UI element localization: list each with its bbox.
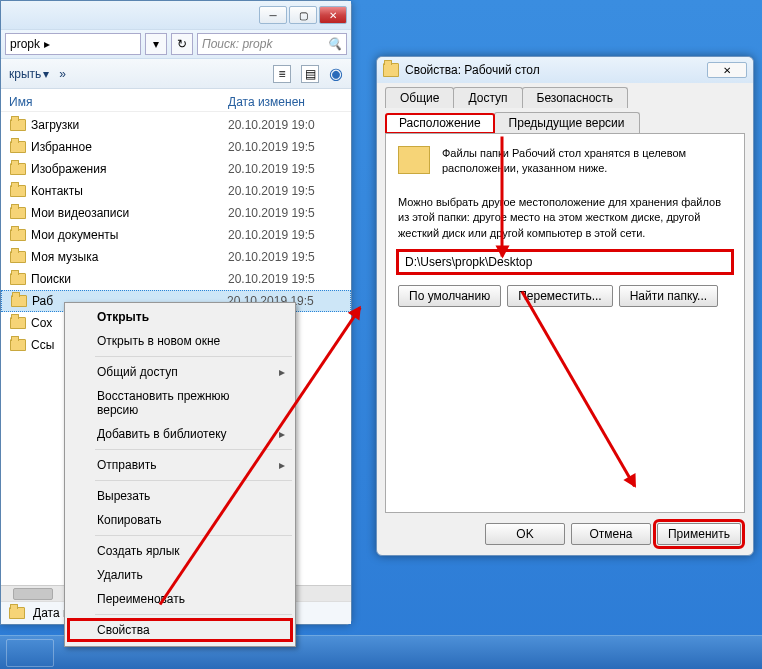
tab-content: Файлы папки Рабочий стол хранятся в целе… <box>385 133 745 513</box>
folder-icon <box>383 63 399 77</box>
column-headers[interactable]: Имя Дата изменен <box>1 89 351 112</box>
list-item[interactable]: Загрузки 20.10.2019 19:0 <box>1 114 351 136</box>
ok-button[interactable]: OK <box>485 523 565 545</box>
help-icon[interactable]: ◉ <box>329 64 343 83</box>
list-item[interactable]: Контакты 20.10.2019 19:5 <box>1 180 351 202</box>
address-bar: propk ▸ ▾ ↻ Поиск: propk 🔍 <box>1 29 351 59</box>
item-date: 20.10.2019 19:5 <box>228 250 343 264</box>
open-menu[interactable]: крыть ▾ <box>9 67 49 81</box>
folder-icon <box>9 271 27 287</box>
properties-dialog: Свойства: Рабочий стол ✕ ОбщиеДоступБезо… <box>376 56 754 556</box>
menu-item[interactable]: Свойства <box>67 618 293 642</box>
toolbar: крыть ▾ » ≡ ▤ ◉ <box>1 59 351 89</box>
menu-item[interactable]: Добавить в библиотеку <box>67 422 293 446</box>
folder-icon <box>9 249 27 265</box>
column-name[interactable]: Имя <box>9 95 228 109</box>
breadcrumb-segment[interactable]: propk <box>10 37 40 51</box>
list-item[interactable]: Поиски 20.10.2019 19:5 <box>1 268 351 290</box>
tab[interactable]: Предыдущие версии <box>494 112 640 133</box>
breadcrumb[interactable]: propk ▸ <box>5 33 141 55</box>
dialog-title: Свойства: Рабочий стол <box>405 63 540 77</box>
folder-icon <box>9 337 27 353</box>
item-date: 20.10.2019 19:0 <box>228 118 343 132</box>
search-input[interactable]: Поиск: propk 🔍 <box>197 33 347 55</box>
list-item[interactable]: Мои документы 20.10.2019 19:5 <box>1 224 351 246</box>
location-desc2: Можно выбрать другое местоположение для … <box>398 195 732 241</box>
view-options-icon[interactable]: ≡ <box>273 65 291 83</box>
location-buttons: По умолчанию Переместить... Найти папку.… <box>398 285 732 307</box>
item-name: Загрузки <box>31 118 228 132</box>
tabs-row-1: ОбщиеДоступБезопасность <box>377 83 753 108</box>
refresh-button[interactable]: ↻ <box>171 33 193 55</box>
item-name: Моя музыка <box>31 250 228 264</box>
dialog-close-button[interactable]: ✕ <box>707 62 747 78</box>
tab[interactable]: Расположение <box>385 113 495 134</box>
maximize-button[interactable]: ▢ <box>289 6 317 24</box>
tab[interactable]: Доступ <box>453 87 522 108</box>
folder-icon <box>9 161 27 177</box>
folder-icon <box>9 183 27 199</box>
separator <box>95 356 292 357</box>
list-item[interactable]: Моя музыка 20.10.2019 19:5 <box>1 246 351 268</box>
taskbar-item[interactable] <box>6 639 54 667</box>
close-button[interactable]: ✕ <box>319 6 347 24</box>
location-desc1: Файлы папки Рабочий стол хранятся в целе… <box>442 146 732 177</box>
menu-item[interactable]: Открыть <box>67 305 293 329</box>
folder-large-icon <box>398 146 430 174</box>
item-date: 20.10.2019 19:5 <box>228 184 343 198</box>
restore-default-button[interactable]: По умолчанию <box>398 285 501 307</box>
context-menu: ОткрытьОткрыть в новом окнеОбщий доступВ… <box>64 302 296 647</box>
list-item[interactable]: Избранное 20.10.2019 19:5 <box>1 136 351 158</box>
item-name: Контакты <box>31 184 228 198</box>
titlebar: ─ ▢ ✕ <box>1 1 351 29</box>
tabs-row-2: РасположениеПредыдущие версии <box>377 108 753 133</box>
folder-icon <box>9 205 27 221</box>
folder-icon <box>9 117 27 133</box>
scroll-thumb[interactable] <box>13 588 53 600</box>
item-name: Мои документы <box>31 228 228 242</box>
dialog-titlebar: Свойства: Рабочий стол ✕ <box>377 57 753 83</box>
separator <box>95 535 292 536</box>
item-date: 20.10.2019 19:5 <box>228 206 343 220</box>
menu-item[interactable]: Переименовать <box>67 587 293 611</box>
find-folder-button[interactable]: Найти папку... <box>619 285 718 307</box>
menu-item[interactable]: Открыть в новом окне <box>67 329 293 353</box>
folder-icon <box>9 139 27 155</box>
search-icon[interactable]: 🔍 <box>327 37 342 51</box>
item-name: Изображения <box>31 162 228 176</box>
item-date: 20.10.2019 19:5 <box>228 272 343 286</box>
minimize-button[interactable]: ─ <box>259 6 287 24</box>
arrow-annotation-2 <box>501 137 504 257</box>
tab[interactable]: Общие <box>385 87 454 108</box>
menu-item[interactable]: Создать ярлык <box>67 539 293 563</box>
list-item[interactable]: Мои видеозаписи 20.10.2019 19:5 <box>1 202 351 224</box>
list-item[interactable]: Изображения 20.10.2019 19:5 <box>1 158 351 180</box>
item-date: 20.10.2019 19:5 <box>228 140 343 154</box>
folder-icon <box>9 227 27 243</box>
item-name: Мои видеозаписи <box>31 206 228 220</box>
separator <box>95 614 292 615</box>
search-placeholder: Поиск: propk <box>202 37 272 51</box>
cancel-button[interactable]: Отмена <box>571 523 651 545</box>
tab[interactable]: Безопасность <box>522 87 629 108</box>
item-name: Избранное <box>31 140 228 154</box>
menu-item[interactable]: Вырезать <box>67 484 293 508</box>
menu-item[interactable]: Восстановить прежнюю версию <box>67 384 293 422</box>
folder-icon <box>9 607 25 619</box>
toolbar-more[interactable]: » <box>59 67 66 81</box>
dialog-buttons: OK Отмена Применить <box>485 523 741 545</box>
history-dropdown[interactable]: ▾ <box>145 33 167 55</box>
chevron-icon: ▸ <box>44 37 50 51</box>
column-date[interactable]: Дата изменен <box>228 95 343 109</box>
apply-button[interactable]: Применить <box>657 523 741 545</box>
menu-item[interactable]: Общий доступ <box>67 360 293 384</box>
item-date: 20.10.2019 19:5 <box>228 228 343 242</box>
path-input[interactable] <box>398 251 732 273</box>
separator <box>95 480 292 481</box>
folder-icon <box>9 315 27 331</box>
dropdown-icon: ▾ <box>43 67 49 81</box>
folder-icon <box>10 293 28 309</box>
preview-pane-icon[interactable]: ▤ <box>301 65 319 83</box>
menu-item[interactable]: Копировать <box>67 508 293 532</box>
item-date: 20.10.2019 19:5 <box>228 162 343 176</box>
